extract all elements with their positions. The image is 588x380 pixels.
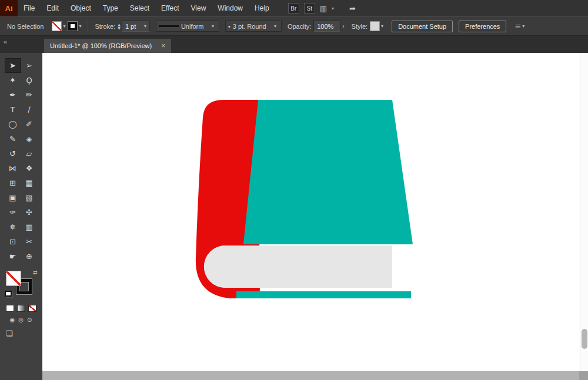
rotate-tool[interactable]: ↺ [5, 146, 21, 161]
workspace: ➤ ➢ ✦ Ϙ ✒ ✏ T ∕ ◯ ✐ ✎ ◈ ↺ ▱ ⋈ ❖ ⊞ ▦ ▣ ▧ [0, 53, 588, 380]
app-logo: Ai [0, 0, 18, 16]
document-tab[interactable]: Untitled-1* @ 100% (RGB/Preview) × [44, 39, 171, 53]
menu-object[interactable]: Object [65, 0, 97, 16]
lasso-tool[interactable]: Ϙ [21, 73, 38, 88]
brush-chevron-icon[interactable]: ▾ [274, 23, 276, 29]
draw-normal-icon[interactable]: ◉ [10, 317, 15, 323]
stock-icon[interactable]: St [304, 3, 315, 14]
mesh-tool[interactable]: ▦ [21, 176, 38, 190]
free-transform-tool[interactable]: ▱ [21, 146, 38, 161]
book-bottom-board-shape[interactable] [236, 291, 411, 298]
opacity-panel-arrow-icon[interactable]: › [342, 23, 344, 29]
fill-stroke-widget: ⇄ [5, 270, 38, 298]
brush-preview-dot: • [228, 23, 230, 30]
horizontal-scrollbar[interactable] [42, 371, 588, 380]
image-frame-tool[interactable]: ▣ [5, 190, 21, 205]
vertical-scrollbar-thumb[interactable] [582, 329, 587, 349]
menu-edit[interactable]: Edit [41, 0, 65, 16]
menu-type[interactable]: Type [97, 0, 124, 16]
workspace-chevron-icon[interactable]: ▾ [332, 6, 334, 11]
menu-window[interactable]: Window [212, 0, 249, 16]
workspace-switcher-icon[interactable]: ▥ [320, 4, 327, 13]
document-setup-button[interactable]: Document Setup [392, 21, 453, 32]
tab-close-icon[interactable]: × [161, 42, 165, 50]
book-artwork[interactable] [192, 97, 416, 303]
column-graph-tool[interactable]: ▥ [21, 220, 38, 234]
fill-color-indicator[interactable] [6, 271, 21, 286]
menu-view[interactable]: View [185, 0, 212, 16]
blend-tool[interactable]: ✣ [21, 205, 38, 220]
tools-panel: ➤ ➢ ✦ Ϙ ✒ ✏ T ∕ ◯ ✐ ✎ ◈ ↺ ▱ ⋈ ❖ ⊞ ▦ ▣ ▧ [0, 53, 42, 380]
opacity-label: Opacity: [288, 23, 311, 30]
align-chevron-icon[interactable]: ▾ [522, 23, 524, 29]
opacity-field[interactable]: 100% [313, 21, 340, 32]
symbol-sprayer-tool[interactable]: ✵ [5, 220, 21, 234]
preferences-button[interactable]: Preferences [459, 21, 506, 32]
ellipse-tool[interactable]: ◯ [5, 117, 21, 132]
menu-help[interactable]: Help [249, 0, 275, 16]
drawing-mode-buttons: ◉ ◎ ⊙ [10, 317, 32, 323]
stroke-weight-chevron-icon[interactable]: ▾ [144, 23, 146, 29]
color-type-buttons [6, 305, 36, 312]
stroke-weight-field[interactable]: 1 pt ▾ [122, 21, 150, 32]
gradient-tool[interactable]: ▧ [21, 190, 38, 205]
style-label: Style: [352, 23, 368, 30]
curvature-tool[interactable]: ✏ [21, 88, 38, 102]
width-profile-preview [159, 25, 179, 27]
bridge-icon[interactable]: Br [288, 3, 299, 14]
align-options-icon[interactable]: ≡ [514, 22, 521, 31]
eyedropper-tool[interactable]: ✑ [5, 205, 21, 220]
width-profile-chevron-icon[interactable]: ▾ [212, 23, 214, 29]
screen-mode-icon[interactable]: ❏ [6, 329, 13, 338]
stroke-chevron-icon[interactable]: ▾ [79, 23, 81, 29]
draw-behind-icon[interactable]: ◎ [18, 317, 24, 323]
menu-select[interactable]: Select [124, 0, 155, 16]
swap-fill-stroke-icon[interactable]: ⇄ [33, 270, 38, 275]
perspective-grid-tool[interactable]: ⊞ [5, 176, 21, 190]
tool-grid: ➤ ➢ ✦ Ϙ ✒ ✏ T ∕ ◯ ✐ ✎ ◈ ↺ ▱ ⋈ ❖ ⊞ ▦ ▣ ▧ [5, 58, 38, 264]
hand-tool[interactable]: ☛ [5, 249, 21, 264]
separator [88, 21, 88, 32]
artboard-canvas[interactable] [42, 53, 588, 380]
scrollbar-corner [579, 371, 588, 380]
stroke-color-swatch[interactable] [68, 21, 78, 31]
default-fill-stroke-icon[interactable] [5, 291, 12, 297]
selection-status: No Selection [7, 23, 44, 30]
pen-tool[interactable]: ✒ [5, 88, 21, 102]
width-profile-dropdown[interactable]: Uniform ▾ [156, 21, 219, 32]
pencil-tool[interactable]: ✎ [5, 132, 21, 146]
stepper-down-icon[interactable]: ▼ [118, 26, 121, 30]
style-swatch[interactable] [370, 21, 380, 31]
line-segment-tool[interactable]: ∕ [21, 102, 38, 117]
menu-bar: Ai File Edit Object Type Select Effect V… [0, 0, 588, 16]
collapse-panels-icon[interactable]: « [4, 38, 7, 45]
draw-inside-icon[interactable]: ⊙ [27, 317, 32, 323]
eraser-tool[interactable]: ◈ [21, 132, 38, 146]
color-fill-icon[interactable] [6, 305, 14, 312]
paintbrush-tool[interactable]: ✐ [21, 117, 38, 132]
style-chevron-icon[interactable]: ▾ [381, 23, 383, 29]
menu-effect[interactable]: Effect [155, 0, 185, 16]
shape-builder-tool[interactable]: ❖ [21, 161, 38, 176]
fill-color-swatch[interactable] [52, 21, 62, 31]
gradient-fill-icon[interactable] [17, 305, 25, 312]
book-cover-shape[interactable] [243, 100, 413, 244]
artboard-tool[interactable]: ⊡ [5, 234, 21, 249]
slice-tool[interactable]: ✂ [21, 234, 38, 249]
direct-selection-tool[interactable]: ➢ [21, 58, 38, 73]
book-pages-shape[interactable] [204, 246, 392, 288]
share-icon[interactable]: ➦ [349, 4, 356, 13]
type-tool[interactable]: T [5, 102, 21, 117]
zoom-tool[interactable]: ⊕ [21, 249, 38, 264]
none-fill-icon[interactable] [28, 305, 36, 312]
stroke-weight-stepper[interactable]: ▲ ▼ [118, 23, 121, 30]
stroke-weight-label: Stroke: [95, 23, 115, 30]
brush-definition-dropdown[interactable]: • 3 pt. Round ▾ [225, 21, 282, 32]
magic-wand-tool[interactable]: ✦ [5, 73, 21, 88]
document-tab-bar: « Untitled-1* @ 100% (RGB/Preview) × [0, 36, 588, 53]
menu-file[interactable]: File [18, 0, 41, 16]
width-tool[interactable]: ⋈ [5, 161, 21, 176]
fill-chevron-icon[interactable]: ▾ [63, 23, 65, 29]
vertical-scrollbar[interactable] [580, 53, 588, 371]
selection-tool[interactable]: ➤ [5, 58, 21, 73]
